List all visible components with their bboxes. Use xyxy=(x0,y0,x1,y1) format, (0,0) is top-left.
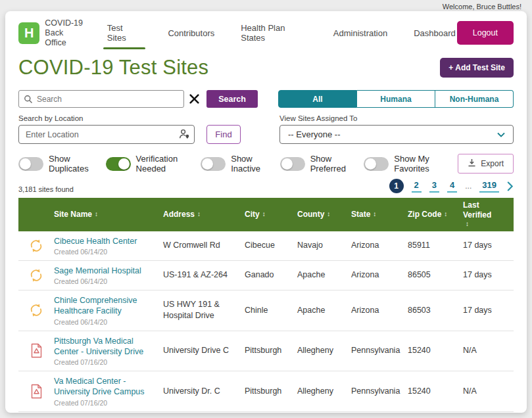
show-inactive-toggle[interactable] xyxy=(201,157,226,171)
nav-dashboard[interactable]: Dashboard xyxy=(412,16,457,49)
column-zip-code[interactable]: Zip Code↕ xyxy=(408,207,463,222)
search-icon xyxy=(24,95,33,106)
nav-test-sites[interactable]: Test Sites xyxy=(106,16,143,49)
pagination: 1 2 3 4 ... 319 xyxy=(389,179,514,193)
location-label: Search by Location xyxy=(18,114,241,122)
city-cell: Pittsburgh xyxy=(245,386,297,397)
location-input[interactable] xyxy=(18,125,195,144)
find-button[interactable]: Find xyxy=(206,125,241,144)
export-button[interactable]: Export xyxy=(458,154,514,174)
created-date: Created 06/14/20 xyxy=(54,277,163,285)
add-test-site-button[interactable]: + Add Test Site xyxy=(440,58,514,78)
search-input[interactable] xyxy=(18,90,184,108)
site-name-cell: Pittsburgh Va Medical Center - Universit… xyxy=(54,336,163,367)
brand-name: COVID-19 Back Office xyxy=(45,18,85,48)
page-title: COVID-19 Test Sites xyxy=(18,56,208,80)
table-header-row: Site Name↕ Address↕ City↕ County↕ State↕… xyxy=(18,198,514,231)
show-my-favorites-toggle[interactable] xyxy=(364,157,389,171)
assigned-to-label: View Sites Assigned To xyxy=(279,114,514,122)
address-cell: University Drive C xyxy=(163,345,245,356)
sort-icon: ↕ xyxy=(262,210,266,219)
city-cell: Chinle xyxy=(245,305,297,316)
page-4-link[interactable]: 4 xyxy=(447,180,457,193)
clear-search-icon[interactable] xyxy=(184,90,204,108)
created-date: Created 06/14/20 xyxy=(54,318,163,326)
page-319-link[interactable]: 319 xyxy=(479,180,499,193)
table-row: Chinle Comprehensive Healthcare Facility… xyxy=(18,290,514,331)
state-cell: Pennsylvania xyxy=(351,386,408,397)
search-button[interactable]: Search xyxy=(206,90,258,108)
document-alert-icon xyxy=(18,384,54,399)
nav-contributors[interactable]: Contributors xyxy=(166,16,216,49)
address-cell: University Dr. C xyxy=(163,386,245,397)
column-address[interactable]: Address↕ xyxy=(163,207,245,222)
sort-icon: ↕ xyxy=(327,210,330,219)
site-name-cell: Chinle Comprehensive Healthcare Facility… xyxy=(54,295,163,326)
city-cell: Cibecue xyxy=(245,240,297,251)
created-date: Created 07/16/20 xyxy=(54,358,163,366)
zip-cell: 85911 xyxy=(408,240,463,251)
column-last-verified[interactable]: Last Verified↕ xyxy=(463,198,514,231)
location-group: Search by Location Find xyxy=(18,114,241,144)
tab-non-humana[interactable]: Non-Humana xyxy=(435,90,514,108)
tab-humana[interactable]: Humana xyxy=(357,90,435,108)
main-nav: Test Sites Contributors Health Plan Stat… xyxy=(106,16,457,49)
column-county[interactable]: County↕ xyxy=(297,207,351,222)
column-site-name[interactable]: Site Name↕ xyxy=(54,207,163,222)
chevron-down-icon xyxy=(497,129,505,139)
address-cell: US-191 & AZ-264 xyxy=(163,269,245,281)
created-date: Created 07/16/20 xyxy=(54,399,163,407)
table-row: Pittsburgh Va Medical Center - Universit… xyxy=(18,331,514,372)
show-inactive-label: Show Inactive xyxy=(231,154,264,174)
show-preferred-label: Show Preferred xyxy=(310,154,349,174)
table-row: Cibecue Health Center Created 06/14/20 W… xyxy=(18,231,514,261)
column-city[interactable]: City↕ xyxy=(245,207,297,222)
logout-button[interactable]: Logout xyxy=(457,21,514,45)
sort-icon: ↕ xyxy=(466,220,469,229)
main-card: H COVID-19 Back Office Test Sites Contri… xyxy=(5,11,527,413)
state-cell: Arizona xyxy=(351,269,408,281)
site-name-link[interactable]: Pittsburgh Va Medical Center - Universit… xyxy=(54,336,163,358)
column-icon xyxy=(18,212,54,217)
brand-line2: Back Office xyxy=(45,28,85,48)
site-name-link[interactable]: Sage Memorial Hospital xyxy=(54,266,163,276)
last-verified-cell: 17 days xyxy=(463,305,514,316)
zip-cell: 15240 xyxy=(408,386,463,397)
export-label: Export xyxy=(481,159,504,168)
page-1-current[interactable]: 1 xyxy=(389,179,404,193)
sort-icon: ↕ xyxy=(373,210,376,219)
next-page-icon[interactable] xyxy=(507,181,514,191)
last-verified-cell: 17 days xyxy=(463,240,514,251)
tab-all[interactable]: All xyxy=(278,90,357,108)
city-cell: Ganado xyxy=(245,269,297,281)
last-verified-cell: N/A xyxy=(463,345,514,356)
site-name-link[interactable]: Chinle Comprehensive Healthcare Facility xyxy=(54,295,163,317)
verification-needed-label: Verification Needed xyxy=(136,154,185,174)
show-my-favorites-label: Show My Favorites xyxy=(394,154,442,174)
nav-administration[interactable]: Administration xyxy=(332,16,389,49)
sort-icon: ↕ xyxy=(95,210,98,219)
assigned-to-select[interactable]: -- Everyone -- xyxy=(279,125,514,144)
nav-health-plan-states[interactable]: Health Plan States xyxy=(239,16,308,49)
county-cell: Apache xyxy=(297,269,351,281)
city-cell: Pittsburgh xyxy=(245,345,297,356)
locate-me-icon[interactable] xyxy=(179,129,190,143)
verification-needed-toggle[interactable] xyxy=(106,157,131,171)
results-count: 3,181 sites found xyxy=(18,185,74,193)
last-verified-cell: N/A xyxy=(463,386,514,397)
site-name-cell: Cibecue Health Center Created 06/14/20 xyxy=(54,236,163,256)
page-3-link[interactable]: 3 xyxy=(429,180,439,193)
show-preferred-toggle[interactable] xyxy=(280,157,305,171)
zip-cell: 86503 xyxy=(408,305,463,316)
page-2-link[interactable]: 2 xyxy=(412,180,422,193)
site-name-link[interactable]: Va Medical Center - University Drive Cam… xyxy=(54,376,163,398)
welcome-text: Welcome, Bruce Buttles! xyxy=(443,3,521,11)
site-name-link[interactable]: Cibecue Health Center xyxy=(54,236,163,246)
document-alert-icon xyxy=(18,343,54,358)
column-state[interactable]: State↕ xyxy=(351,207,408,222)
zip-cell: 86505 xyxy=(408,269,463,281)
sync-icon xyxy=(18,239,54,253)
sort-icon: ↕ xyxy=(444,210,447,219)
show-duplicates-toggle[interactable] xyxy=(18,157,43,171)
county-cell: Apache xyxy=(297,305,351,316)
